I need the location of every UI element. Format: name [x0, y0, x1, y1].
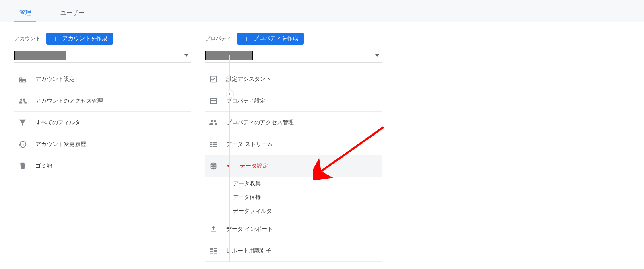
- menu-item-trash[interactable]: ゴミ箱: [14, 155, 191, 177]
- menu-item-label: アカウントのアクセス管理: [35, 97, 103, 105]
- menu-item-label: プロパティのアクセス管理: [226, 119, 294, 126]
- funnel-icon: [18, 118, 27, 127]
- idtag-icon: [208, 246, 218, 256]
- upload-icon: [208, 224, 218, 234]
- menu-item-funnel[interactable]: すべてのフィルタ: [14, 112, 191, 133]
- streams-icon: [208, 140, 218, 149]
- menu-item-label: アカウント設定: [35, 76, 75, 83]
- create-property-label: プロパティを作成: [253, 35, 298, 42]
- property-selector[interactable]: [205, 48, 382, 63]
- create-property-button[interactable]: ＋ プロパティを作成: [237, 33, 304, 45]
- property-column: プロパティ ＋ プロパティを作成 設定アシスタント プロパティ設定 プロパティの…: [205, 33, 382, 262]
- menu-item-people[interactable]: アカウントのアクセス管理: [14, 90, 191, 112]
- menu-item-label: アカウント変更履歴: [35, 141, 86, 148]
- chevron-down-icon: [375, 54, 379, 57]
- data-settings-sublist: データ収集データ保持データフィルタ: [205, 177, 382, 218]
- account-column: アカウント ＋ アカウントを作成 アカウント設定 アカウントのアクセス管理 すべ…: [14, 33, 191, 262]
- people-icon: [18, 96, 27, 106]
- menu-item-building[interactable]: アカウント設定: [14, 68, 191, 90]
- menu-item-label: データ インポート: [226, 226, 273, 233]
- menu-item-data-settings[interactable]: データ設定: [205, 155, 382, 177]
- menu-item-streams[interactable]: データ ストリーム: [205, 133, 382, 155]
- history-icon: [18, 140, 27, 149]
- property-column-title: プロパティ: [205, 35, 231, 42]
- menu-item-idtag[interactable]: レポート用識別子: [205, 240, 382, 262]
- account-column-title: アカウント: [14, 35, 41, 42]
- expand-column-button[interactable]: [226, 90, 234, 98]
- menu-item-label: すべてのフィルタ: [35, 119, 80, 126]
- people-icon: [208, 118, 218, 127]
- checkbox-icon: [208, 74, 218, 84]
- property-name-redacted: [205, 51, 253, 60]
- admin-tabbar: 管理 ユーザー: [0, 0, 644, 22]
- sub-item[interactable]: データフィルタ: [205, 204, 382, 218]
- tab-user[interactable]: ユーザー: [56, 4, 89, 22]
- sub-item[interactable]: データ保持: [205, 191, 382, 204]
- menu-item-people[interactable]: プロパティのアクセス管理: [205, 112, 382, 133]
- menu-item-label: データ設定: [240, 162, 268, 170]
- menu-item-label: プロパティ設定: [226, 97, 266, 105]
- menu-item-history[interactable]: アカウント変更履歴: [14, 133, 191, 155]
- chevron-down-icon: [184, 54, 188, 57]
- account-name-redacted: [14, 51, 66, 60]
- column-divider: [229, 55, 230, 262]
- create-account-label: アカウントを作成: [62, 35, 107, 42]
- database-icon: [208, 161, 218, 171]
- menu-item-checkbox[interactable]: 設定アシスタント: [205, 68, 382, 90]
- menu-item-label: データ ストリーム: [226, 141, 273, 148]
- trash-icon: [18, 161, 27, 171]
- menu-item-upload[interactable]: データ インポート: [205, 218, 382, 240]
- tab-admin[interactable]: 管理: [14, 4, 36, 22]
- create-account-button[interactable]: ＋ アカウントを作成: [46, 33, 113, 45]
- building-icon: [18, 74, 27, 84]
- layout-icon: [208, 96, 218, 106]
- menu-item-label: 設定アシスタント: [226, 76, 271, 83]
- sub-item[interactable]: データ収集: [205, 177, 382, 191]
- menu-item-label: レポート用識別子: [226, 247, 271, 255]
- menu-item-label: ゴミ箱: [35, 162, 52, 170]
- account-selector[interactable]: [14, 48, 191, 63]
